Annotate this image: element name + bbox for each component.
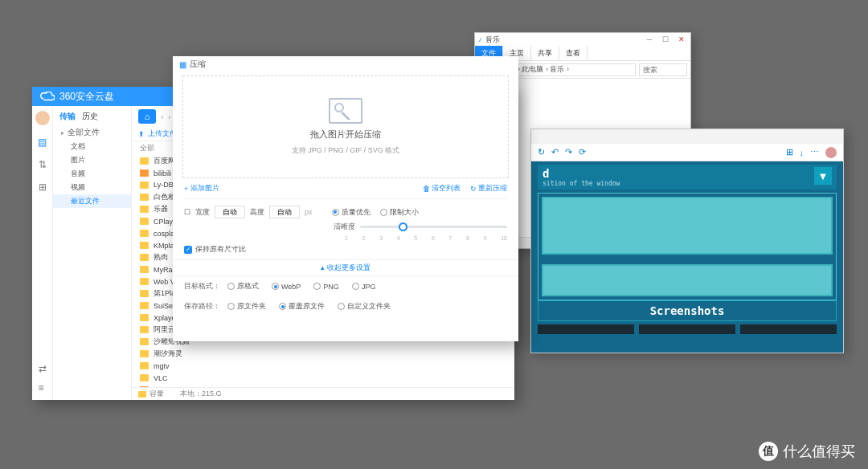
folder-icon — [140, 242, 149, 249]
dimension-row: ☐ 宽度 高度 px 质量优先 限制大小 — [173, 199, 518, 222]
trash-icon: 🗑 — [423, 185, 430, 193]
sidebar-item-recent[interactable]: 最近文件 — [53, 194, 131, 208]
nav-back-icon[interactable]: ↶ — [551, 147, 559, 157]
width-input[interactable] — [215, 206, 245, 218]
folder-row[interactable]: mgtv — [135, 360, 511, 372]
sidebar-item-docs[interactable]: 文档 — [53, 140, 131, 153]
folder-icon — [140, 374, 149, 381]
address-bar[interactable]: ♪ › 此电脑 › 音乐 › — [508, 63, 636, 76]
folder-icon — [140, 350, 149, 357]
sidebar-tab-history[interactable]: 历史 — [82, 111, 98, 122]
clarity-slider[interactable] — [360, 226, 507, 228]
folder-icon — [140, 314, 149, 321]
panel — [542, 264, 833, 296]
rail-files-icon[interactable]: ▤ — [38, 137, 47, 148]
mode-size-radio[interactable]: 限制大小 — [380, 207, 419, 218]
page-subtitle: sition of the window — [542, 180, 620, 187]
user-avatar[interactable] — [35, 111, 50, 125]
maximize-button[interactable]: ☐ — [660, 35, 671, 43]
mode-quality-radio[interactable]: 质量优先 — [332, 207, 371, 218]
dropzone-text: 拖入图片开始压缩 — [310, 128, 381, 141]
add-image-button[interactable]: 添加图片 — [190, 183, 219, 194]
cloud-rail: ▤ ⇅ ⊞ ⇄ ≡ — [32, 106, 53, 400]
folder-icon — [140, 181, 149, 189]
download-button[interactable]: ▼ — [814, 167, 832, 185]
sidebar-tab-transfer[interactable]: 传输 — [59, 111, 76, 122]
rail-share-icon[interactable]: ⊞ — [39, 181, 47, 193]
dropzone-formats: 支持 JPG / PNG / GIF / SVG 格式 — [292, 145, 400, 156]
format-original-radio[interactable]: 原格式 — [227, 281, 259, 292]
cloud-logo-icon — [40, 92, 55, 101]
plus-icon: + — [184, 185, 188, 193]
folder-icon — [140, 266, 149, 273]
minimize-button[interactable]: ─ — [644, 35, 655, 43]
collapse-settings[interactable]: ▴ 收起更多设置 — [173, 259, 518, 276]
format-webp-radio[interactable]: WebP — [272, 283, 301, 291]
image-placeholder-icon — [329, 98, 362, 124]
download-icon[interactable]: ↓ — [800, 148, 805, 157]
extension-icon[interactable]: ⊞ — [786, 147, 793, 157]
close-button[interactable]: ✕ — [676, 35, 687, 43]
browser-window[interactable]: ↻ ↶ ↷ ⟳ ⊞ ↓ ⋯ d sition of the window ▼ S… — [530, 128, 844, 353]
keep-ratio-checkbox[interactable]: ✓ — [184, 246, 192, 254]
dropzone[interactable]: 拖入图片开始压缩 支持 JPG / PNG / GIF / SVG 格式 — [182, 75, 509, 178]
folder-icon — [140, 254, 149, 261]
compress-icon: ▦ — [179, 60, 186, 69]
home-button[interactable]: ⌂ — [138, 109, 156, 124]
format-jpg-radio[interactable]: JPG — [352, 283, 376, 291]
explorer-search[interactable] — [639, 63, 687, 76]
watermark-badge: 值 — [759, 442, 778, 461]
rail-sync-icon[interactable]: ⇅ — [39, 159, 47, 170]
browser-tabstrip[interactable] — [531, 129, 843, 144]
nav-fwd-icon[interactable]: ↷ — [565, 147, 572, 157]
folder-icon — [140, 326, 149, 333]
folder-icon — [140, 230, 149, 237]
height-input[interactable] — [269, 206, 300, 218]
screenshot-thumb[interactable] — [740, 324, 837, 334]
reload-icon[interactable]: ↻ — [538, 147, 545, 157]
refresh-icon[interactable]: ⟳ — [579, 147, 586, 157]
screenshot-thumb[interactable] — [538, 324, 634, 334]
recompress-button[interactable]: 重新压缩 — [478, 183, 507, 194]
folder-row[interactable]: 潮汐海灵 — [135, 348, 511, 360]
folder-row[interactable]: VLC — [135, 372, 511, 384]
dialog-titlebar[interactable]: ▦ 压缩 — [173, 56, 518, 72]
watermark: 值 什么值得买 — [759, 442, 855, 461]
more-icon[interactable]: ⋯ — [810, 147, 819, 157]
image-compress-dialog[interactable]: ▦ 压缩 拖入图片开始压缩 支持 JPG / PNG / GIF / SVG 格… — [173, 56, 518, 341]
hero-panel — [542, 197, 833, 255]
save-path-label: 保存路径： — [184, 301, 223, 312]
back-arrow-icon[interactable]: ‹ — [161, 112, 163, 121]
sidebar-item-images[interactable]: 图片 — [53, 153, 131, 167]
target-format-label: 目标格式： — [184, 281, 223, 292]
cloud-brand: 360安全云盘 — [59, 90, 114, 104]
clear-list-button[interactable]: 清空列表 — [432, 183, 461, 194]
folder-icon — [140, 194, 149, 201]
music-icon: ♪ — [478, 35, 482, 43]
save-overwrite-radio[interactable]: 覆盖原文件 — [279, 301, 325, 312]
save-custom-radio[interactable]: 自定义文件夹 — [338, 301, 391, 312]
upload-icon: ⬆ — [138, 130, 145, 138]
profile-avatar[interactable] — [825, 147, 837, 158]
folder-icon — [140, 157, 149, 165]
screenshots-heading: Screenshots — [538, 300, 837, 321]
fwd-arrow-icon[interactable]: › — [168, 112, 170, 121]
sidebar-item-video[interactable]: 视频 — [53, 181, 131, 194]
format-png-radio[interactable]: PNG — [313, 283, 339, 291]
rail-menu-icon[interactable]: ≡ — [39, 382, 47, 394]
sidebar-section-all[interactable]: 全部文件 — [53, 125, 131, 140]
page-content: d sition of the window ▼ Screenshots — [531, 161, 843, 353]
tab-view[interactable]: 查看 — [559, 46, 588, 60]
screenshot-thumb[interactable] — [639, 324, 735, 334]
folder-icon — [138, 391, 146, 398]
folder-icon — [140, 302, 149, 309]
tab-share[interactable]: 共享 — [531, 46, 559, 60]
cloud-sidebar: 传输 历史 全部文件 文档 图片 音频 视频 最近文件 — [53, 106, 132, 400]
explorer-titlebar[interactable]: ♪ 音乐 ─ ☐ ✕ — [475, 33, 690, 46]
folder-icon — [140, 218, 149, 225]
folder-icon — [140, 338, 149, 345]
dialog-title: 压缩 — [190, 59, 206, 70]
rail-transfer-icon[interactable]: ⇄ — [39, 363, 47, 374]
save-original-radio[interactable]: 原文件夹 — [227, 301, 266, 312]
sidebar-item-audio[interactable]: 音频 — [53, 167, 131, 181]
